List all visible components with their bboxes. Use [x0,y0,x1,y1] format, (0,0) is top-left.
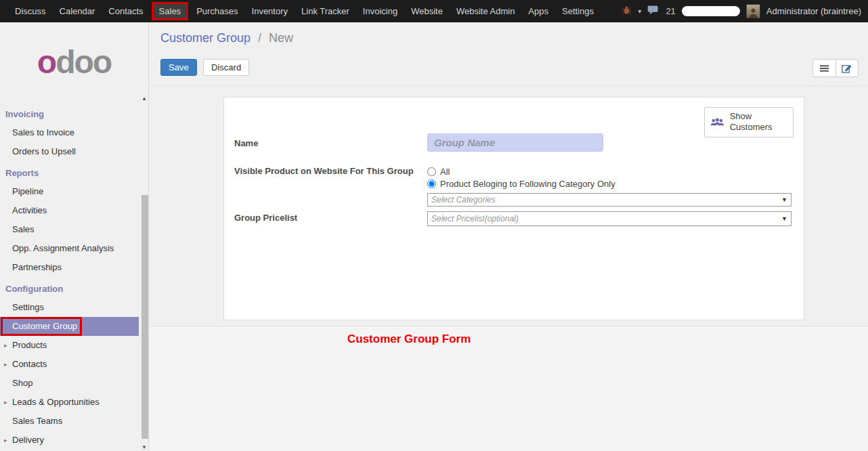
main-content: Customer Group / New Save Discard [150,22,868,451]
topbar-right: ▾ 21 Administrator (braintree) [622,4,868,18]
show-customers-button[interactable]: Show Customers [704,107,794,137]
breadcrumb-current: New [269,31,293,45]
pricelist-select-placeholder: Select Pricelist(optional) [431,214,519,223]
radio-all[interactable] [427,167,436,176]
visibility-field-label: Visible Product on Website For This Grou… [234,166,414,176]
form-view-button[interactable] [836,59,859,77]
sidebar-item-opp-assignment-analysis[interactable]: Opp. Assignment Analysis [0,239,139,258]
sidebar-heading-invoicing: Invoicing [0,106,148,123]
content-header: Customer Group / New Save Discard [150,22,868,86]
expand-arrow-icon: ▸ [4,355,7,374]
radio-category-label[interactable]: Product Beloging to Following Category O… [440,179,615,189]
sidebar-item-label: Leads & Opportunities [12,397,100,407]
sidebar-item-delivery[interactable]: ▸ Delivery [0,431,139,450]
sidebar-item-label: Customer Group [12,321,77,331]
expand-arrow-icon: ▸ [4,336,7,355]
user-name[interactable]: Administrator (braintree) [766,6,861,16]
categories-select-placeholder: Select Categories [431,195,496,205]
sidebar-item-sales[interactable]: Sales [0,220,139,239]
odoo-app: Discuss Calendar Contacts Sales Purchase… [0,0,868,451]
radio-option-category: Product Beloging to Following Category O… [427,179,615,189]
form-edit-icon [842,64,852,73]
menu-settings[interactable]: Settings [555,0,601,22]
annotation-customer-group-form: Customer Group Form [347,332,471,346]
menu-apps[interactable]: Apps [521,0,555,22]
discard-button[interactable]: Discard [203,59,249,76]
sidebar-item-orders-to-upsell[interactable]: Orders to Upsell [0,142,139,161]
sidebar-item-customer-group[interactable]: Customer Group [0,317,139,336]
debug-caret-down-icon[interactable]: ▾ [638,7,641,15]
group-name-input[interactable] [427,133,603,152]
breadcrumb: Customer Group / New [160,31,293,45]
sidebar-item-activities[interactable]: Activities [0,201,139,220]
sidebar-item-contacts[interactable]: ▸ Contacts [0,355,139,374]
messages-icon[interactable] [647,5,659,17]
radio-option-all: All [427,167,450,177]
menu-sales[interactable]: Sales [152,2,189,20]
save-button[interactable]: Save [160,59,197,76]
sidebar-item-label: Contacts [12,359,47,369]
sidebar-item-sales-teams[interactable]: Sales Teams [0,412,139,431]
sidebar-item-label: Delivery [12,435,44,445]
scroll-down-icon[interactable]: ▼ [142,444,147,450]
sidebar-scrollbar-thumb[interactable] [142,195,148,439]
pricelist-field-label: Group Pricelist [234,213,297,223]
customer-group-form-card: Show Customers Name Visible Product on W… [223,97,804,320]
show-customers-label: Show Customers [730,111,787,133]
sidebar-heading-reports: Reports [0,165,148,182]
sidebar-item-settings[interactable]: Settings [0,298,139,317]
menu-discuss[interactable]: Discuss [8,0,53,22]
sidebar-item-shop[interactable]: Shop [0,374,139,393]
sidebar-item-pipeline[interactable]: Pipeline [0,182,139,201]
menu-inventory[interactable]: Inventory [245,0,295,22]
name-field-label: Name [234,138,258,148]
avatar[interactable] [746,4,760,18]
list-view-button[interactable] [812,59,836,77]
menu-contacts[interactable]: Contacts [102,0,150,22]
categories-select[interactable]: Select Categories ▼ [427,193,791,207]
customers-group-icon [710,116,724,128]
menu-purchases[interactable]: Purchases [190,0,244,22]
lower-area: Customer Group Form [150,326,868,451]
messages-count: 21 [666,6,675,16]
sidebar-nav: Invoicing Sales to Invoice Orders to Ups… [0,106,148,450]
odoo-logo: odoo [37,46,111,79]
menu-invoicing[interactable]: Invoicing [356,0,404,22]
expand-arrow-icon: ▸ [4,393,7,412]
topbar: Discuss Calendar Contacts Sales Purchase… [0,0,868,22]
sidebar-item-partnerships[interactable]: Partnerships [0,258,139,277]
debug-bug-icon[interactable] [622,5,632,17]
menu-website[interactable]: Website [404,0,450,22]
expand-arrow-icon: ▸ [4,431,7,450]
sidebar-item-label: Products [12,340,47,350]
view-switcher [812,59,859,77]
list-icon [819,64,829,72]
sidebar: odoo Invoicing Sales to Invoice Orders t… [0,22,149,451]
select-arrow-icon: ▼ [781,215,787,222]
scroll-up-icon[interactable]: ▲ [142,95,147,102]
topbar-pill-widget [682,6,740,16]
sidebar-item-sales-to-invoice[interactable]: Sales to Invoice [0,123,139,142]
menu-website-admin[interactable]: Website Admin [450,0,521,22]
sidebar-heading-configuration: Configuration [0,280,148,298]
menu-link-tracker[interactable]: Link Tracker [295,0,356,22]
pricelist-select[interactable]: Select Pricelist(optional) ▼ [427,211,791,226]
sidebar-item-leads-opportunities[interactable]: ▸ Leads & Opportunities [0,393,139,412]
radio-all-label[interactable]: All [440,167,450,177]
menu-calendar[interactable]: Calendar [53,0,102,22]
radio-category[interactable] [427,179,436,188]
app-menu-bar: Discuss Calendar Contacts Sales Purchase… [0,0,601,22]
breadcrumb-customer-group-link[interactable]: Customer Group [160,31,251,45]
record-action-buttons: Save Discard [160,59,249,76]
sidebar-item-products[interactable]: ▸ Products [0,336,139,355]
breadcrumb-separator: / [258,31,261,45]
logo-wrap: odoo [0,22,148,102]
select-arrow-icon: ▼ [781,196,787,203]
